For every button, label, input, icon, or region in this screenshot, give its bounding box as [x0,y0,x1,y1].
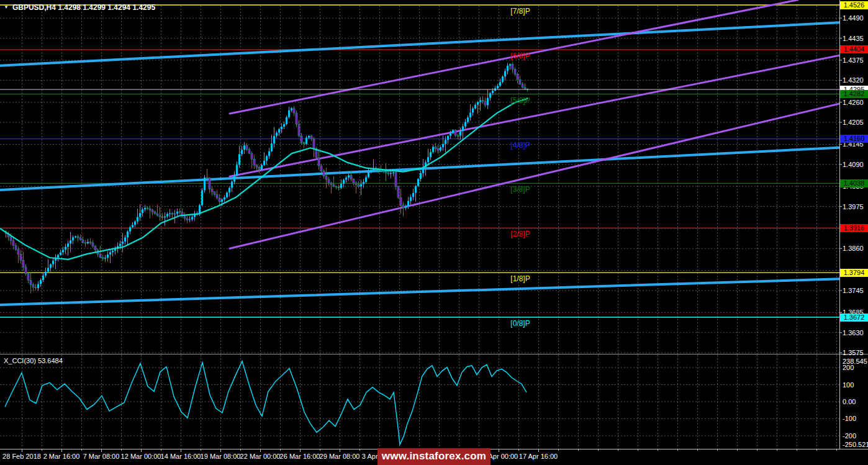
time-tick-label: 19 Mar 08:00 [201,453,241,460]
cci-scale-label: 100 [843,381,854,389]
price-tick-label: 1.3630 [843,329,864,336]
price-level-badge: 1.4282 [840,90,868,98]
time-tick-label: 22 Mar 00:00 [240,453,281,460]
murrey-level-label: [0/8]P [510,319,530,328]
murrey-level-label: [6/8]P [510,52,530,60]
price-level-badge: 1.4160 [840,135,868,143]
price-tick-label: 1.4205 [843,119,864,126]
murrey-level-label: [5/8]P [510,96,530,105]
murrey-level-label: [1/8]P [510,274,530,283]
time-tick-label: 7 Mar 08:00 [83,453,120,460]
murrey-level-label: [3/8]P [510,185,530,194]
time-tick-label: 17 Apr 16:00 [519,453,558,460]
purple-channel-lower[interactable] [230,104,839,248]
time-tick-label: 29 Mar 08:00 [320,453,360,460]
cci-scale-label: -100 [843,415,856,422]
symbol-info: ▼ GBPUSD,H4 1.4298 1.4299 1.4294 1.4295 [4,3,155,12]
cci-line [5,361,527,445]
price-level-badge: 1.3672 [840,314,868,322]
murrey-level-label: [4/8]P [510,141,530,150]
price-tick-label: 1.4260 [843,99,864,106]
cci-scale-label: 200 [843,364,854,371]
chart-canvas[interactable] [0,0,868,465]
cci-scale-label: -250.521 [843,441,868,448]
cci-scale-label: 0.00 [843,398,856,405]
symbol-ohlc-text: GBPUSD,H4 1.4298 1.4299 1.4294 1.4295 [12,3,155,12]
price-tick-label: 1.4090 [843,161,864,168]
price-tick-label: 1.4320 [843,76,864,84]
murrey-level-label: [7/8]P [510,7,530,16]
price-tick-label: 1.3745 [843,287,864,294]
price-level-badge: 1.4526 [840,1,868,9]
price-tick-label: 1.4375 [843,56,864,64]
main-pane[interactable] [0,0,839,354]
price-tick-label: 1.4435 [843,35,864,42]
symbol-marker-icon: ▼ [4,4,9,11]
price-level-badge: 1.4404 [840,45,868,53]
instaforex-watermark: www.instaforex.com [377,448,491,465]
price-level-badge: 1.4038 [840,179,868,187]
indicator-label: X_CCI(30) 53.6484 [4,357,63,364]
price-level-badge: 1.3794 [840,269,868,277]
price-level-badge: 1.3916 [840,224,868,232]
price-tick-label: 1.3860 [843,245,864,252]
cci-scale-label: -200 [843,432,856,440]
price-tick-label: 1.3575 [843,349,864,356]
price-tick-label: 1.3975 [843,203,864,210]
time-tick-label: 14 Mar 16:00 [161,453,201,460]
murrey-level-label: [2/8]P [510,230,530,238]
purple-channel-mid[interactable] [230,55,839,176]
time-tick-label: 12 Mar 00:00 [121,453,161,460]
cci-pane[interactable] [0,355,839,449]
price-tick-label: 1.4490 [843,14,864,22]
time-tick-label: 2 Mar 16:00 [43,453,80,460]
time-tick-label: 28 Feb 2018 [2,453,41,460]
time-tick-label: 26 Mar 16:00 [280,453,320,460]
moving-average-line [0,99,528,260]
mt4-chart-window: ▼ GBPUSD,H4 1.4298 1.4299 1.4294 1.4295 … [0,0,868,465]
